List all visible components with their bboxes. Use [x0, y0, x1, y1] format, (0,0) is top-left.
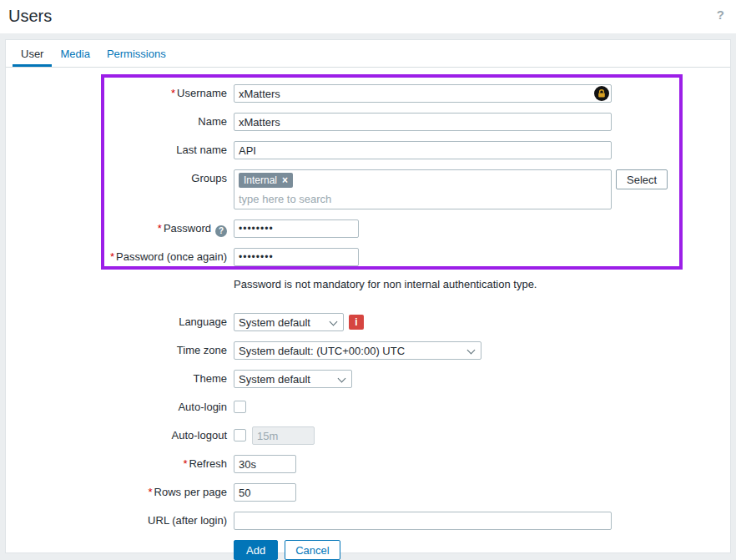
rows-per-page-input[interactable]: [234, 483, 296, 502]
theme-label: Theme: [6, 370, 227, 388]
form-row-url: URL (after login): [6, 512, 730, 530]
theme-select-value: System default: [239, 373, 310, 386]
refresh-input[interactable]: [234, 455, 296, 473]
groups-label: Groups: [6, 169, 227, 209]
user-form-panel: User Media Permissions *Username Name: [5, 39, 731, 553]
form-row-last-name: Last name: [6, 141, 730, 159]
groups-search-input[interactable]: [239, 191, 599, 206]
form-row-password: *Password?: [6, 219, 730, 238]
auto-login-label: Auto-login: [6, 398, 227, 416]
help-icon[interactable]: ?: [717, 8, 724, 22]
form-row-password-note: Password is not mandatory for non intern…: [6, 276, 730, 303]
group-chip-label: Internal: [244, 174, 277, 186]
form-row-language: Language System default i: [6, 313, 730, 331]
chevron-down-icon: [330, 318, 338, 326]
name-input[interactable]: [234, 113, 612, 131]
tab-bar: User Media Permissions: [6, 40, 730, 68]
form-row-auto-logout: Auto-logout: [6, 426, 730, 445]
url-input[interactable]: [234, 512, 612, 530]
last-name-label: Last name: [6, 141, 227, 159]
chevron-down-icon: [338, 375, 346, 383]
password-manager-lock-icon[interactable]: [594, 86, 609, 101]
groups-multiselect[interactable]: Internal ×: [234, 169, 612, 209]
auto-logout-checkbox[interactable]: [234, 429, 246, 441]
language-info-icon[interactable]: i: [349, 315, 364, 330]
required-mark: *: [158, 222, 162, 235]
form-row-groups: Groups Internal × Select: [6, 169, 730, 209]
group-chip-internal: Internal ×: [239, 173, 293, 188]
tab-media[interactable]: Media: [52, 40, 98, 67]
form-row-theme: Theme System default: [6, 370, 730, 388]
cancel-button[interactable]: Cancel: [285, 540, 340, 560]
user-form: *Username Name Last name: [6, 68, 730, 560]
required-mark: *: [171, 87, 175, 99]
form-row-actions: Add Cancel: [6, 540, 730, 560]
last-name-input[interactable]: [234, 141, 612, 159]
form-row-password-again: *Password (once again): [6, 248, 730, 266]
timezone-select-value: System default: (UTC+00:00) UTC: [239, 345, 405, 357]
required-mark: *: [183, 457, 187, 470]
required-mark: *: [148, 486, 152, 498]
form-row-name: Name: [6, 113, 730, 131]
tab-user[interactable]: User: [13, 40, 52, 67]
username-input[interactable]: [234, 84, 612, 103]
rows-per-page-label: *Rows per page: [6, 483, 227, 502]
password-note-text: Password is not mandatory for non intern…: [234, 276, 537, 290]
form-row-auto-login: Auto-login: [6, 398, 730, 416]
language-select-value: System default: [239, 316, 310, 329]
username-label: *Username: [6, 84, 227, 103]
theme-select[interactable]: System default: [234, 370, 352, 388]
password-again-label: *Password (once again): [6, 248, 227, 266]
add-button[interactable]: Add: [234, 540, 278, 560]
password-label: *Password?: [6, 219, 227, 238]
refresh-label: *Refresh: [6, 455, 227, 473]
form-row-username: *Username: [6, 84, 730, 103]
auto-login-checkbox[interactable]: [234, 401, 246, 413]
form-row-timezone: Time zone System default: (UTC+00:00) UT…: [6, 341, 730, 360]
language-label: Language: [6, 313, 227, 331]
language-select[interactable]: System default: [234, 313, 344, 331]
page-header: Users ?: [0, 0, 736, 33]
auto-logout-input: [252, 426, 315, 445]
form-row-refresh: *Refresh: [6, 455, 730, 473]
password-again-input[interactable]: [234, 248, 359, 266]
url-label: URL (after login): [6, 512, 227, 530]
required-mark: *: [110, 250, 114, 263]
tab-permissions[interactable]: Permissions: [98, 40, 174, 67]
password-input[interactable]: [234, 219, 359, 238]
page-title: Users: [8, 7, 52, 25]
groups-select-button[interactable]: Select: [616, 169, 668, 189]
name-label: Name: [6, 113, 227, 131]
chip-remove-icon[interactable]: ×: [282, 175, 288, 185]
chevron-down-icon: [467, 346, 476, 355]
password-help-icon[interactable]: ?: [215, 225, 227, 237]
form-row-rows-per-page: *Rows per page: [6, 483, 730, 502]
timezone-select[interactable]: System default: (UTC+00:00) UTC: [234, 341, 481, 360]
auto-logout-label: Auto-logout: [6, 426, 227, 445]
timezone-label: Time zone: [6, 341, 227, 360]
